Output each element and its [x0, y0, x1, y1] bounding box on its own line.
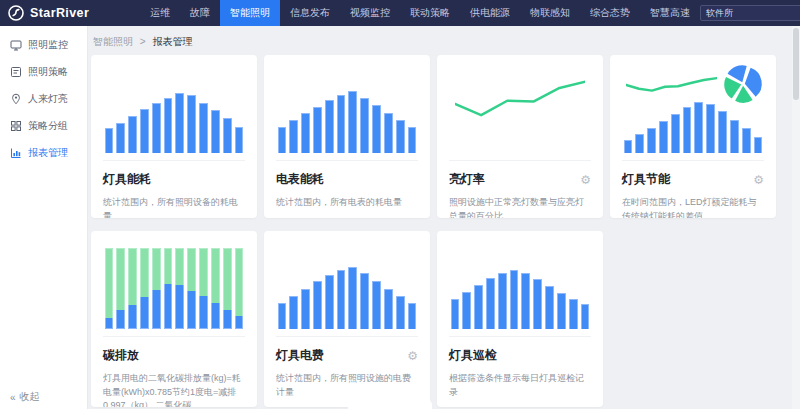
bar	[569, 299, 578, 329]
bar	[581, 304, 590, 329]
bar	[325, 100, 334, 153]
bar	[498, 273, 507, 329]
nav-item-5[interactable]: 联动策略	[400, 0, 460, 26]
card-chart	[276, 65, 418, 153]
card-divider	[449, 160, 591, 161]
bar	[278, 127, 287, 153]
bar	[683, 107, 692, 153]
bar-chart	[103, 65, 245, 153]
report-card-1[interactable]: 电表能耗 ⚙ 统计范围内，所有电表的耗电量	[264, 55, 430, 218]
sidebar-item-4[interactable]: 报表管理	[0, 139, 87, 166]
scrollbar-thumb[interactable]	[793, 28, 799, 100]
nav-item-1[interactable]: 故障	[180, 0, 220, 26]
gear-icon[interactable]: ⚙	[407, 350, 418, 362]
sidebar-item-1[interactable]: 照明策略	[0, 58, 87, 85]
card-title: 灯具节能	[622, 171, 670, 188]
card-title: 亮灯率	[449, 171, 485, 188]
nav-item-0[interactable]: 运维	[140, 0, 180, 26]
card-divider	[276, 160, 418, 161]
card-chart	[103, 241, 245, 329]
sidebar-item-label: 人来灯亮	[28, 92, 68, 106]
report-card-2[interactable]: 亮灯率 ⚙ 照明设施中正常亮灯数量与应亮灯总量的百分比	[437, 55, 603, 218]
card-chart	[449, 241, 591, 329]
card-title: 灯具能耗	[103, 171, 151, 188]
collapse-sidebar-button[interactable]: « 收起	[10, 390, 40, 404]
card-description: 统计范围内，所有照明设备的耗电量	[103, 196, 245, 218]
bar	[486, 278, 495, 329]
nav-item-2[interactable]: 智能照明	[220, 0, 280, 26]
bar	[372, 281, 381, 329]
bar	[659, 121, 668, 153]
bar	[408, 127, 417, 153]
bar	[175, 93, 184, 153]
nav-item-3[interactable]: 信息发布	[280, 0, 340, 26]
bar	[372, 105, 381, 153]
sidebar-item-2[interactable]: 人来灯亮	[0, 85, 87, 112]
sidebar-item-label: 照明监控	[28, 38, 68, 52]
bar	[199, 103, 208, 153]
vertical-scrollbar[interactable]	[792, 26, 800, 409]
bar	[152, 103, 161, 153]
next-row-card-peek	[348, 399, 432, 409]
card-description: 根据筛选条件显示每日灯具巡检记录	[449, 372, 591, 399]
sidebar-item-0[interactable]: 照明监控	[0, 31, 87, 58]
bar	[360, 98, 369, 153]
report-cards-grid: 灯具能耗 ⚙ 统计范围内，所有照明设备的耗电量 电表能耗 ⚙ 统计范围内，所有电…	[91, 55, 776, 407]
nav-item-7[interactable]: 物联感知	[520, 0, 580, 26]
report-icon	[10, 147, 22, 159]
stacked-bar	[152, 248, 161, 329]
stacked-bar	[105, 248, 114, 329]
org-select-value: 软件所	[706, 7, 733, 20]
report-card-4[interactable]: 碳排放 ⚙ 灯具用电的二氧化碳排放量(kg)=耗电量(kWh)x0.785节约1…	[91, 231, 257, 407]
bar	[533, 279, 542, 329]
stacked-bar	[211, 248, 220, 329]
card-title: 灯具电费	[276, 347, 324, 364]
bar	[384, 289, 393, 329]
bar	[235, 127, 244, 153]
stacked-bar	[128, 248, 137, 329]
nav-item-8[interactable]: 综合态势	[580, 0, 640, 26]
bar	[557, 293, 566, 329]
card-divider	[622, 160, 764, 161]
report-card-5[interactable]: 灯具电费 ⚙ 统计范围内，所有照明设施的电费计量	[264, 231, 430, 407]
card-chart	[449, 65, 591, 153]
group-icon	[10, 120, 22, 132]
card-description: 统计范围内，所有电表的耗电量	[276, 196, 418, 210]
org-select[interactable]: 软件所 ∨	[700, 5, 800, 21]
gear-icon[interactable]: ⚙	[753, 174, 764, 186]
bar-chart	[449, 241, 591, 329]
top-navbar: StarRiver 运维故障智能照明信息发布视频监控联动策略供电能源物联感知综合…	[0, 0, 800, 26]
report-card-6[interactable]: 灯具巡检 ⚙ 根据筛选条件显示每日灯具巡检记录	[437, 231, 603, 407]
breadcrumb-parent[interactable]: 智能照明	[93, 36, 133, 47]
report-card-3[interactable]: 灯具节能 ⚙ 在时间范围内，LED灯额定能耗与传统钠灯能耗的差值	[610, 55, 776, 218]
bar	[187, 95, 196, 153]
bar	[278, 303, 287, 329]
sidebar-item-3[interactable]: 策略分组	[0, 112, 87, 139]
bar	[325, 275, 334, 329]
bar	[384, 113, 393, 153]
starriver-logo-icon	[8, 5, 24, 21]
card-divider	[103, 160, 245, 161]
brand[interactable]: StarRiver	[0, 5, 140, 21]
main-content: 智能照明 > 报表管理 灯具能耗 ⚙ 统计范围内，所有照明设备的耗电量 电表能耗…	[88, 26, 800, 409]
bar	[211, 110, 220, 153]
bar	[348, 91, 357, 153]
bar	[348, 267, 357, 329]
report-card-0[interactable]: 灯具能耗 ⚙ 统计范围内，所有照明设备的耗电量	[91, 55, 257, 218]
card-title: 灯具巡检	[449, 347, 497, 364]
stacked-bar	[116, 248, 125, 329]
nav-item-4[interactable]: 视频监控	[340, 0, 400, 26]
card-chart	[622, 65, 764, 153]
nav-item-9[interactable]: 智慧高速	[640, 0, 700, 26]
bar	[337, 270, 346, 329]
bar	[647, 128, 656, 153]
bar	[360, 273, 369, 329]
nav-item-6[interactable]: 供电能源	[460, 0, 520, 26]
card-divider	[449, 336, 591, 337]
gear-icon[interactable]: ⚙	[580, 174, 591, 186]
card-chart	[276, 241, 418, 329]
sidebar-item-label: 报表管理	[28, 146, 68, 160]
bar	[462, 292, 471, 329]
line-chart	[626, 70, 717, 107]
bar	[408, 303, 417, 329]
